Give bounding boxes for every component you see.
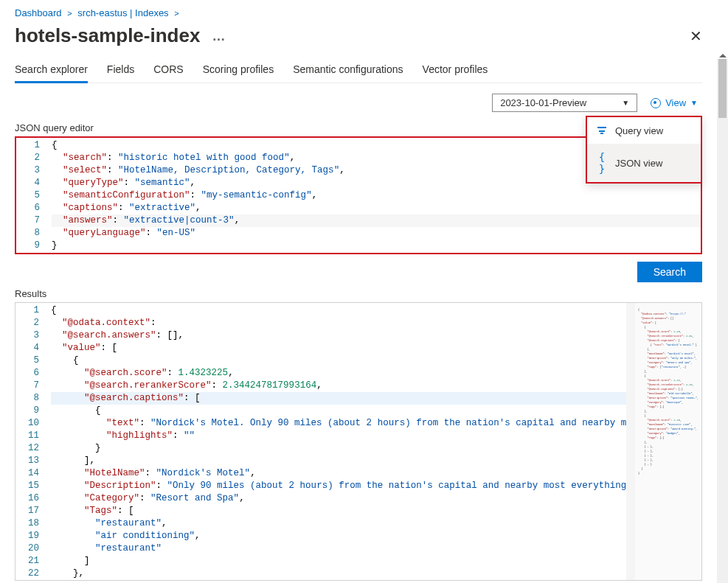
- close-button[interactable]: ✕: [690, 27, 702, 45]
- tab-scoring-profiles[interactable]: Scoring profiles: [203, 59, 274, 83]
- view-dropdown-menu: Query view { } JSON view: [586, 116, 702, 184]
- filter-icon: [597, 127, 606, 134]
- breadcrumb-link-dashboard[interactable]: Dashboard: [15, 7, 62, 18]
- tab-search-explorer[interactable]: Search explorer: [15, 59, 88, 83]
- editor-scrollbar[interactable]: [626, 303, 635, 580]
- more-actions-icon[interactable]: …: [212, 32, 225, 40]
- page-title: hotels-sample-index …: [15, 24, 225, 47]
- breadcrumb-link-resource[interactable]: srch-eastus | Indexes: [77, 7, 168, 18]
- breadcrumb: Dashboard > srch-eastus | Indexes >: [15, 6, 702, 23]
- chevron-down-icon: ▼: [622, 99, 629, 107]
- editor-minimap[interactable]: { "@odata.context": "https://…" "@search…: [635, 303, 701, 580]
- tab-semantic-configurations[interactable]: Semantic configurations: [293, 59, 403, 83]
- page-scrollbar[interactable]: [717, 59, 728, 583]
- braces-icon: { }: [596, 151, 608, 175]
- view-dropdown-button[interactable]: View ▼: [646, 94, 702, 111]
- search-button[interactable]: Search: [637, 262, 702, 282]
- tab-bar: Search explorer Fields CORS Scoring prof…: [15, 59, 702, 83]
- eye-icon: [651, 98, 661, 108]
- tab-cors[interactable]: CORS: [153, 59, 183, 83]
- results-code[interactable]: { "@odata.context": "@search.answers": […: [45, 303, 701, 581]
- results-label: Results: [15, 288, 702, 299]
- chevron-down-icon: ▼: [690, 99, 698, 107]
- tab-vector-profiles[interactable]: Vector profiles: [423, 59, 488, 83]
- view-option-query[interactable]: Query view: [587, 117, 701, 144]
- view-option-json[interactable]: { } JSON view: [587, 144, 701, 182]
- api-version-select[interactable]: 2023-10-01-Preview ▼: [492, 94, 637, 112]
- line-gutter: 12345678910111213141516171819202122: [15, 303, 45, 581]
- results-editor[interactable]: 12345678910111213141516171819202122 { "@…: [15, 302, 702, 581]
- line-gutter: 123456789: [16, 138, 46, 254]
- tab-fields[interactable]: Fields: [107, 59, 134, 83]
